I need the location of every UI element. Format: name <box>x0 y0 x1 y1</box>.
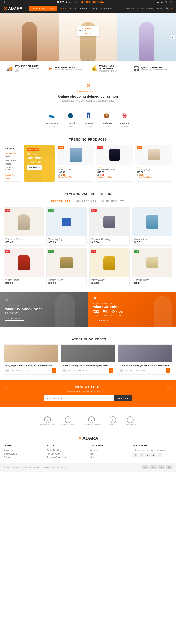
nav-contact[interactable]: Contact Us <box>101 7 113 10</box>
footer-contact[interactable]: Contact <box>3 456 43 458</box>
color-3b <box>139 174 141 176</box>
clothing-item-bags[interactable]: Bags <box>5 155 19 158</box>
topbar-shop-now[interactable]: SHOP NOW <box>92 1 104 3</box>
arrival-card-5[interactable]: -10% Fashion Shoes $20.99 <box>46 248 87 286</box>
brand-section: ✕ CHOOSE A FIND Online shopping defined … <box>0 76 176 106</box>
sale-badge-2: Sale <box>91 209 97 212</box>
countdown-secs: 02 Secs <box>119 310 123 316</box>
new-arrival-title: NEW ARRIVAL COLLECTION <box>0 187 176 199</box>
clothing-item-shoes[interactable]: Shoes <box>5 162 19 166</box>
tab-sales-products[interactable]: SALES PRODUCTS <box>101 199 125 204</box>
footer-terms[interactable]: Terms & Conditions <box>47 456 86 458</box>
promo-left-btn[interactable]: SHOP NOW <box>5 316 24 321</box>
nav-blog[interactable]: Blog <box>93 7 98 10</box>
color-1a <box>58 174 60 176</box>
promo-section: ✕ STOCK IS LIMITED Winter Collection Sea… <box>0 292 176 327</box>
tab-new-products[interactable]: NEW PRODUCTS <box>75 199 96 204</box>
topbar-sale-amount[interactable]: 70% OFF! <box>81 1 91 3</box>
facebook-icon[interactable]: f <box>133 452 138 458</box>
clothing-item-accessories[interactable]: Accessories <box>5 152 19 155</box>
search-icon[interactable]: 🔍 <box>166 8 169 10</box>
shorts-shape <box>62 218 71 226</box>
sweater-shape <box>103 256 116 270</box>
arrival-card-2[interactable]: Sale Exclusive Handbags $19.50 <box>89 208 130 246</box>
arrival-img-3 <box>133 208 172 236</box>
footer-about-us[interactable]: About Us <box>3 449 43 452</box>
arrival-card-1[interactable]: -10% Travelling Bags $35.00 <box>46 208 87 246</box>
blog-readmore-2[interactable]: → <box>166 368 171 373</box>
brand-label-4: TRAVELING <box>124 424 136 426</box>
footer-men[interactable]: Men <box>90 452 129 455</box>
brand-circle-4: T <box>127 416 134 423</box>
category-women-shoe[interactable]: 👟 Women Shoe 7 Items <box>46 110 58 128</box>
blog-card-0[interactable]: Enty-style shoes currently afoot present… <box>3 344 58 375</box>
twitter-icon[interactable]: t <box>139 452 144 458</box>
countdown-days-num: 312 <box>93 310 99 313</box>
blog-card-2[interactable]: Clothes that never get worn, but it does… <box>118 344 173 375</box>
trending-section: Clothing Accessories Bags Best Sellers S… <box>0 145 176 187</box>
logo[interactable]: ✕ ADARA <box>3 6 22 11</box>
trending-product-2[interactable]: sale ★★★ Exclusive Handbags $45.00 Limit… <box>96 145 133 182</box>
featured-shop-btn[interactable]: SHOP NOW <box>27 166 42 170</box>
prod-name-3: Travelling Bags <box>137 168 171 171</box>
blog-card-1[interactable]: Make A Boring Wardrobe More Stylish Than… <box>61 344 115 375</box>
dot-1[interactable] <box>85 58 86 60</box>
arrival-card-6[interactable]: -5% Winter Jacket $19.90 <box>89 248 130 286</box>
newsletter-email-input[interactable] <box>44 395 114 401</box>
footer-order-tracking[interactable]: Order Tracking <box>47 449 86 452</box>
clothing-offer-link[interactable]: Limited Time Offer! <box>5 174 15 179</box>
instagram-icon[interactable]: in <box>145 452 150 458</box>
youtube-icon[interactable]: y <box>158 452 162 458</box>
clothing-item-bestsellers[interactable]: Best Sellers <box>5 158 19 162</box>
blog-readmore-0[interactable]: → <box>52 368 56 373</box>
footer-privacy-policy[interactable]: Privacy Policy <box>47 452 86 455</box>
footer-kids[interactable]: Kids <box>90 456 129 458</box>
return-icon: ↩ <box>48 66 53 72</box>
featured-model <box>42 158 55 182</box>
arrival-img-1: -10% <box>47 208 86 236</box>
promo-right-btn[interactable]: SHOP NOW <box>93 318 112 323</box>
arrival-info-6: Winter Jacket $19.90 <box>90 277 129 286</box>
footer-shop-searches[interactable]: Shop Searches <box>3 452 43 455</box>
trending-product-3[interactable]: new ★★★ Travelling Bags $29.00 Limited T… <box>135 145 173 182</box>
newsletter-subtitle: NEWSLETTER AND GET DISCOUNT 10% OFF! <box>3 390 173 393</box>
arrival-card-3[interactable]: Women Shoes $19.99 <box>132 208 173 246</box>
clothing-item-travel[interactable]: Travel & Outdoor <box>5 166 19 171</box>
signin-link[interactable]: Sign In <box>156 1 163 3</box>
category-hot-pants[interactable]: 👖 Hot Pants 12 Items <box>83 110 94 128</box>
category-winter-suit[interactable]: 🧥 Winter Suit 5 Items <box>65 110 76 128</box>
dot-3[interactable] <box>90 58 91 60</box>
social-icons: f t in p y <box>133 452 173 458</box>
blog-dot-2: · <box>134 370 134 372</box>
brand-traveling: T TRAVELING <box>124 416 136 426</box>
arrival-card-4[interactable]: -5% Winter Jacket $49.90 <box>3 248 44 286</box>
blog-post-title-1: Make A Boring Wardrobe More Stylish Than <box>63 364 113 367</box>
category-bikini[interactable]: 👙 Bikini Suit 19 Items <box>119 110 130 128</box>
nav-about[interactable]: About Us <box>79 7 89 10</box>
close-icon[interactable]: ✕ <box>171 8 173 10</box>
arrival-card-7[interactable]: Sale Travelling Bags $9.99 <box>132 248 173 286</box>
newsletter-subscribe-btn[interactable]: Subscribe ➤ <box>114 395 132 401</box>
hero-slide-2: ★★★★ Exclusive Handbags $43.00 <box>59 13 118 62</box>
arrival-card-0[interactable]: -5% Bomber in Cotton $37.00 <box>3 208 44 246</box>
countdown-days: 312 Days <box>93 310 99 316</box>
support-icon: 🎧 <box>133 66 140 72</box>
hero-person-1 <box>0 18 59 62</box>
trending-product-1[interactable]: new ★★★ Women Shoes $67.00 Limited Time … <box>57 145 94 182</box>
pinterest-icon[interactable]: p <box>151 452 156 458</box>
blog-readmore-1[interactable]: → <box>109 368 113 373</box>
footer-women[interactable]: Women <box>90 449 129 452</box>
category-travel-bags[interactable]: 👜 Travel Bags 12 Items <box>101 110 112 128</box>
arrival-name-1: Travelling Bags <box>48 238 85 240</box>
countdown-hours-num: 04 <box>103 310 107 313</box>
blog-meta-0: John Doe · Mar 15, 2021 → <box>5 368 56 373</box>
footer-col-social: FOLLOW US Follow Us on all of your socia… <box>133 444 173 460</box>
arrival-info-5: Fashion Shoes $20.99 <box>47 277 86 286</box>
nav-home[interactable]: Home <box>60 7 66 10</box>
blog-author-icon-2 <box>120 369 123 372</box>
hero-next-btn[interactable]: > <box>171 35 175 40</box>
nav-shop[interactable]: Shop <box>70 7 76 10</box>
tab-best-sellers[interactable]: BEST SELLERS <box>51 199 70 204</box>
dot-2[interactable] <box>87 58 89 60</box>
all-department-btn[interactable]: ≡ ALL DEPARTMENT <box>29 6 56 11</box>
